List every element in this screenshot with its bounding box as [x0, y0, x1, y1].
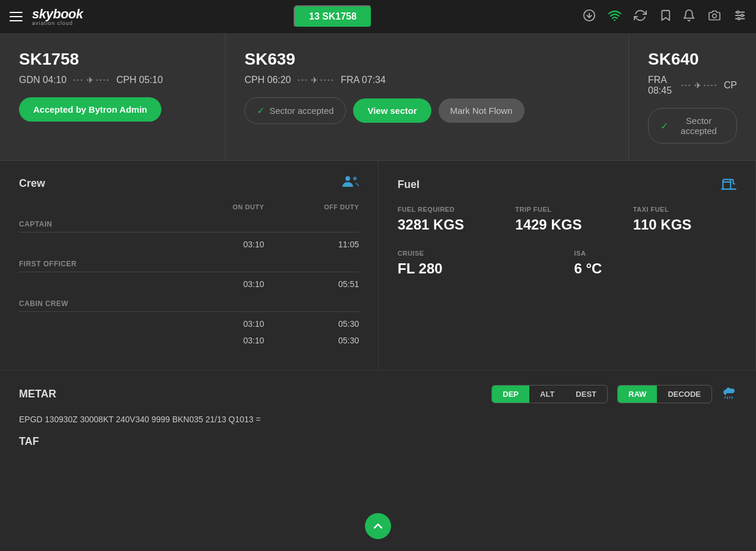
arr-2: FRA 07:34: [341, 75, 386, 85]
flight-card-2: SK639 CPH 06:20 ✈ FRA 07:34 ✓ Sector acc…: [225, 33, 629, 160]
taxi-fuel-label: TAXI FUEL: [633, 206, 736, 213]
crew-section-cabin: CABIN CREW 03:10 05:30 03:10 05:30: [19, 300, 359, 349]
sector-accepted-label-2: Sector accepted: [269, 106, 333, 116]
check-icon-2: ✓: [257, 105, 265, 116]
wifi-icon[interactable]: [608, 10, 622, 24]
cabin-1-on-duty: 03:10: [169, 319, 264, 329]
svg-point-19: [345, 176, 350, 181]
metar-tab-dep[interactable]: DEP: [492, 386, 529, 403]
cabin-2-off-duty: 05:30: [264, 336, 359, 345]
svg-text:✈: ✈: [311, 75, 318, 85]
hamburger-menu[interactable]: [9, 12, 23, 21]
fo-on-duty: 03:10: [169, 279, 264, 289]
col-on-duty-header: ON DUTY: [169, 203, 264, 211]
svg-point-2: [614, 19, 615, 21]
flight-badge-button[interactable]: 13 SK1758: [294, 5, 372, 28]
scroll-up-button[interactable]: [365, 513, 391, 539]
flight-route-1: GDN 04:10 ✈ CPH 05:10: [19, 75, 206, 85]
navbar: skybook aviation cloud 13 SK1758: [0, 0, 756, 33]
sector-accepted-label-3: Sector accepted: [673, 116, 725, 136]
isa-label: ISA: [574, 250, 737, 257]
metar-tab-dest[interactable]: DEST: [565, 386, 607, 403]
route-dots-1: ✈: [74, 75, 109, 85]
svg-text:✈: ✈: [694, 81, 701, 90]
crew-icon: [342, 175, 359, 192]
svg-point-7: [736, 11, 739, 13]
flights-row: SK1758 GDN 04:10 ✈ CPH 05:10 Accepted by…: [0, 33, 756, 161]
fo-name: [19, 279, 169, 289]
svg-point-20: [353, 177, 357, 180]
svg-text:✈: ✈: [87, 75, 94, 85]
arr-3: CP: [724, 80, 737, 91]
metar-header: METAR DEP ALT DEST RAW DECODE: [19, 385, 737, 403]
crew-title: Crew: [19, 177, 45, 190]
dep-2: CPH 06:20: [244, 75, 291, 85]
navbar-left: skybook aviation cloud: [9, 8, 83, 26]
settings-icon[interactable]: [733, 9, 747, 25]
taf-title: TAF: [19, 435, 737, 448]
fuel-panel-header: Fuel: [398, 175, 736, 194]
captain-role-label: CAPTAIN: [19, 220, 359, 232]
main-content: Crew ON DUTY OFF DUTY CAPTAIN 03:10 11:0…: [0, 161, 756, 370]
fuel-title: Fuel: [398, 179, 420, 191]
metar-tab-alt[interactable]: ALT: [529, 386, 565, 403]
arr-1: CPH 05:10: [116, 75, 163, 85]
flight-card-1: SK1758 GDN 04:10 ✈ CPH 05:10 Accepted by…: [0, 33, 225, 160]
svg-point-9: [738, 17, 740, 20]
sector-accepted-button-3[interactable]: ✓ Sector accepted: [648, 108, 737, 144]
flight-card-3: SK640 FRA 08:45 ✈ CP ✓ Sector accepted: [629, 33, 756, 160]
col-off-duty-header: OFF DUTY: [264, 203, 359, 211]
download-icon[interactable]: [583, 9, 596, 25]
metar-tab-raw[interactable]: RAW: [618, 386, 657, 403]
sector-accepted-button-2[interactable]: ✓ Sector accepted: [244, 97, 346, 124]
crew-panel-header: Crew: [19, 175, 359, 192]
logo: skybook aviation cloud: [32, 8, 83, 26]
col-role: [19, 203, 169, 211]
fuel-secondary-grid: CRUISE FL 280 ISA 6 °C: [398, 250, 736, 277]
captain-name: [19, 240, 169, 249]
metar-title: METAR: [19, 388, 56, 400]
cabin-1-name: [19, 319, 169, 329]
svg-point-3: [713, 14, 717, 18]
crew-section-captain: CAPTAIN 03:10 11:05: [19, 220, 359, 253]
fuel-primary-grid: FUEL REQUIRED 3281 KGS TRIP FUEL 1429 KG…: [398, 206, 736, 233]
svg-point-8: [741, 14, 744, 17]
metar-controls: DEP ALT DEST RAW DECODE: [491, 385, 737, 403]
camera-icon[interactable]: [707, 9, 722, 24]
cruise: CRUISE FL 280: [398, 250, 560, 277]
flight-route-2: CPH 06:20 ✈ FRA 07:34: [244, 75, 609, 85]
metar-tab-decode[interactable]: DECODE: [657, 386, 711, 403]
trip-fuel: TRIP FUEL 1429 KGS: [515, 206, 618, 233]
bookmark-icon[interactable]: [659, 9, 671, 25]
metar-section: METAR DEP ALT DEST RAW DECODE: [0, 370, 756, 462]
accepted-by-button-1[interactable]: Accepted by Bytron Admin: [19, 97, 161, 122]
flight-route-3: FRA 08:45 ✈ CP: [648, 75, 737, 96]
view-sector-button-2[interactable]: View sector: [353, 98, 431, 123]
dep-1: GDN 04:10: [19, 75, 66, 85]
cruise-value: FL 280: [398, 260, 560, 277]
crew-row-cabin-1: 03:10 05:30: [19, 316, 359, 332]
flight-number-3: SK640: [648, 50, 737, 69]
mark-not-flown-button-2[interactable]: Mark Not Flown: [439, 98, 525, 123]
flight-2-buttons: ✓ Sector accepted View sector Mark Not F…: [244, 97, 609, 124]
metar-location-tabs: DEP ALT DEST: [491, 385, 608, 403]
cabin-2-on-duty: 03:10: [169, 336, 264, 345]
crew-row-fo: 03:10 05:51: [19, 276, 359, 292]
check-icon-3: ✓: [660, 120, 668, 132]
logo-text: skybook: [32, 8, 83, 21]
sync-icon[interactable]: [634, 9, 647, 25]
metar-content: EPGD 130930Z 30008KT 240V340 9999 BKN035…: [19, 413, 737, 426]
crew-row-cabin-2: 03:10 05:30: [19, 332, 359, 349]
fo-role-label: FIRST OFFICER: [19, 260, 359, 272]
metar-format-tabs: RAW DECODE: [617, 385, 712, 403]
fuel-required-label: FUEL REQUIRED: [398, 206, 501, 213]
cruise-label: CRUISE: [398, 250, 560, 257]
navbar-icons: [583, 9, 747, 25]
fuel-required: FUEL REQUIRED 3281 KGS: [398, 206, 501, 233]
logo-subtitle: aviation cloud: [32, 21, 83, 26]
notification-icon[interactable]: [682, 9, 695, 25]
crew-panel: Crew ON DUTY OFF DUTY CAPTAIN 03:10 11:0…: [0, 161, 379, 370]
flight-number-2: SK639: [244, 50, 609, 69]
cabin-1-off-duty: 05:30: [264, 319, 359, 329]
taxi-fuel: TAXI FUEL 110 KGS: [633, 206, 736, 233]
